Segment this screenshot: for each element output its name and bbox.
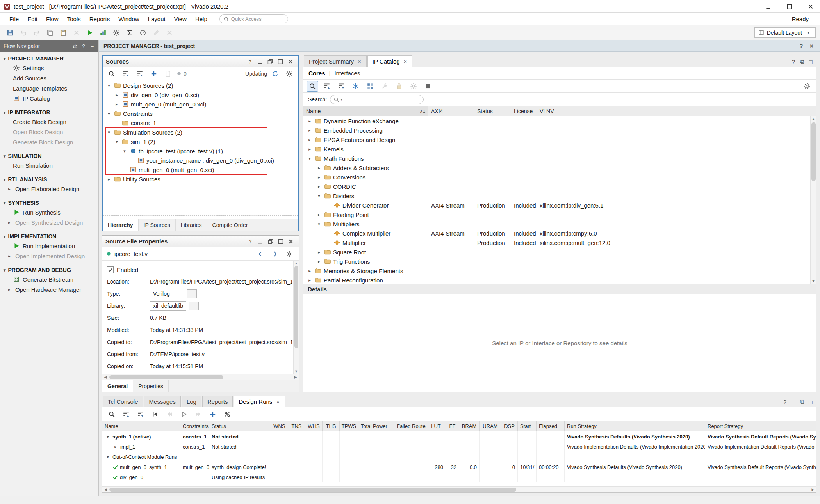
scrollbar-thumb[interactable] xyxy=(294,266,298,348)
help-button[interactable]: ? xyxy=(246,237,255,246)
source-tree-row[interactable]: your_instance_name : div_gen_0 (div_gen_… xyxy=(103,156,298,165)
float-icon[interactable]: ⧉ xyxy=(799,398,806,405)
copy-button[interactable] xyxy=(44,27,56,38)
sources-settings-button[interactable] xyxy=(283,68,295,79)
chevron-down-icon[interactable]: ▾ xyxy=(106,111,112,116)
design-runs-horizontal-scrollbar[interactable]: ◀ ▶ xyxy=(102,486,816,492)
help-icon[interactable]: ? xyxy=(798,43,805,49)
bottom-tab-log[interactable]: Log xyxy=(182,396,201,407)
close-button[interactable] xyxy=(286,57,295,66)
close-icon[interactable]: × xyxy=(808,43,815,49)
float-button[interactable] xyxy=(266,57,275,66)
help-icon[interactable]: ? xyxy=(80,43,87,49)
close-button[interactable] xyxy=(286,237,296,246)
report-button[interactable] xyxy=(124,27,135,38)
flownav-item-run-synthesis[interactable]: Run Synthesis xyxy=(0,207,98,217)
design-run-row[interactable]: ▾Out-of-Context Module Runs xyxy=(102,452,816,462)
source-tree-row[interactable]: constrs_1 xyxy=(103,118,298,128)
dock-icon[interactable]: ⇄ xyxy=(72,43,78,49)
flownav-section-header[interactable]: ▾RTL ANALYSIS xyxy=(0,174,98,184)
workspace-tab-ip-catalog[interactable]: IP Catalog× xyxy=(367,55,413,67)
scroll-left-icon[interactable]: ◀ xyxy=(102,488,109,492)
ip-catalog-row[interactable]: ▸CORDIC xyxy=(303,182,816,191)
maximize-button[interactable] xyxy=(276,57,285,66)
sources-tab-libraries[interactable]: Libraries xyxy=(176,219,207,231)
back-button[interactable] xyxy=(255,248,266,259)
column-header-start[interactable]: Start xyxy=(518,421,537,431)
flownav-item-open-block-design[interactable]: Open Block Design xyxy=(0,127,98,137)
column-header-failed-routes[interactable]: Failed Routes xyxy=(394,421,426,431)
chevron-right-icon[interactable]: ▸ xyxy=(316,184,322,189)
maximize-icon[interactable]: □ xyxy=(807,59,814,65)
chevron-right-icon[interactable]: ▸ xyxy=(316,175,322,180)
flownav-section-header[interactable]: ▾SYNTHESIS xyxy=(0,198,98,207)
column-header-ths[interactable]: THS xyxy=(323,421,340,431)
flow-steps-button[interactable] xyxy=(97,27,109,38)
chevron-right-icon[interactable]: ▸ xyxy=(112,444,119,449)
search-button[interactable] xyxy=(106,68,118,79)
sources-tab-hierarchy[interactable]: Hierarchy xyxy=(103,219,139,231)
scrollbar-thumb[interactable] xyxy=(109,375,223,379)
menu-layout[interactable]: Layout xyxy=(144,14,170,24)
flownav-section-header[interactable]: ▾PROJECT MANAGER xyxy=(0,53,98,63)
chevron-right-icon[interactable]: ▸ xyxy=(316,165,322,170)
bottom-tab-messages[interactable]: Messages xyxy=(144,396,181,407)
ip-catalog-row[interactable]: ▾Multipliers xyxy=(303,219,816,229)
column-header-whs[interactable]: WHS xyxy=(305,421,323,431)
more-button[interactable]: … xyxy=(189,302,199,310)
chevron-down-icon[interactable]: ▾ xyxy=(121,149,128,154)
chevron-right-icon[interactable]: ▸ xyxy=(106,177,112,182)
ip-catalog-search-input[interactable]: ▾ xyxy=(330,95,424,104)
minimize-button[interactable] xyxy=(256,237,265,246)
scrollbar-track[interactable] xyxy=(109,487,810,492)
ip-catalog-row[interactable]: ▸Memories & Storage Elements xyxy=(303,266,816,275)
bottom-tab-tcl-console[interactable]: Tcl Console xyxy=(103,396,143,407)
column-header-status[interactable]: Status xyxy=(209,421,271,431)
step-first-button[interactable] xyxy=(149,409,161,420)
chevron-right-icon[interactable]: ▸ xyxy=(316,212,322,217)
quick-access-search[interactable]: Quick Access xyxy=(219,14,288,23)
design-run-row[interactable]: ▾synth_1 (active)constrs_1Not startedViv… xyxy=(102,431,816,442)
chevron-down-icon[interactable]: ▾ xyxy=(105,434,111,439)
ip-catalog-row[interactable]: ▸Dynamic Function eXchange xyxy=(303,116,816,126)
column-header-elapsed[interactable]: Elapsed xyxy=(537,421,565,431)
menu-tools[interactable]: Tools xyxy=(63,14,85,24)
layout-selector[interactable]: Default Layout ▾ xyxy=(754,27,816,38)
close-window-button[interactable] xyxy=(802,0,820,12)
ip-catalog-row[interactable]: ▸Adders & Subtracters xyxy=(303,163,816,172)
ip-catalog-row[interactable]: ▸Square Root xyxy=(303,247,816,257)
source-tree-row[interactable]: ▸div_gen_0 (div_gen_0.xci) xyxy=(103,90,298,99)
source-tree-row[interactable]: ▸mult_gen_0 (mult_gen_0.xci) xyxy=(103,99,298,109)
ip-catalog-row[interactable]: Complex MultiplierAXI4-StreamProductionI… xyxy=(303,229,816,238)
ip-catalog-row[interactable]: ▸Floating Point xyxy=(303,210,816,219)
timing-button[interactable] xyxy=(137,27,149,38)
expand-all-button[interactable] xyxy=(134,68,146,79)
scroll-up-icon[interactable]: ▲ xyxy=(812,116,815,122)
design-run-row[interactable]: div_gen_0Using cached IP results xyxy=(102,472,816,482)
minimize-icon[interactable]: – xyxy=(89,43,95,49)
chevron-right-icon[interactable]: ▸ xyxy=(316,250,322,255)
expand-all-button[interactable] xyxy=(335,81,347,92)
float-icon[interactable]: ⧉ xyxy=(799,58,806,65)
column-header-license[interactable]: License xyxy=(511,106,537,116)
chevron-right-icon[interactable]: ▸ xyxy=(307,147,313,152)
minimize-window-button[interactable] xyxy=(759,0,777,12)
ip-catalog-row[interactable]: ▸Kernels xyxy=(303,144,816,154)
menu-view[interactable]: View xyxy=(170,14,191,24)
cancel-button[interactable] xyxy=(164,27,175,38)
chevron-right-icon[interactable]: ▸ xyxy=(307,119,313,124)
column-header-constraints[interactable]: Constraints xyxy=(180,421,209,431)
source-tree-row[interactable]: ▾Constraints xyxy=(103,109,298,118)
ip-catalog-row[interactable]: ▸Partial Reconfiguration xyxy=(303,275,816,284)
flownav-item-open-implemented-design[interactable]: ▸Open Implemented Design xyxy=(0,251,98,261)
scroll-left-icon[interactable]: ◀ xyxy=(102,375,109,379)
scroll-right-icon[interactable]: ▶ xyxy=(292,375,299,379)
flownav-item-open-synthesized-design[interactable]: ▸Open Synthesized Design xyxy=(0,217,98,227)
ip-properties-button[interactable] xyxy=(379,81,390,92)
column-header-run-strategy[interactable]: Run Strategy xyxy=(565,421,705,431)
subtab-cores[interactable]: Cores xyxy=(308,70,325,76)
chevron-down-icon[interactable]: ▾ xyxy=(105,454,111,460)
menu-window[interactable]: Window xyxy=(114,14,143,24)
flownav-item-add-sources[interactable]: Add Sources xyxy=(0,73,98,83)
expand-all-button[interactable] xyxy=(135,409,146,420)
